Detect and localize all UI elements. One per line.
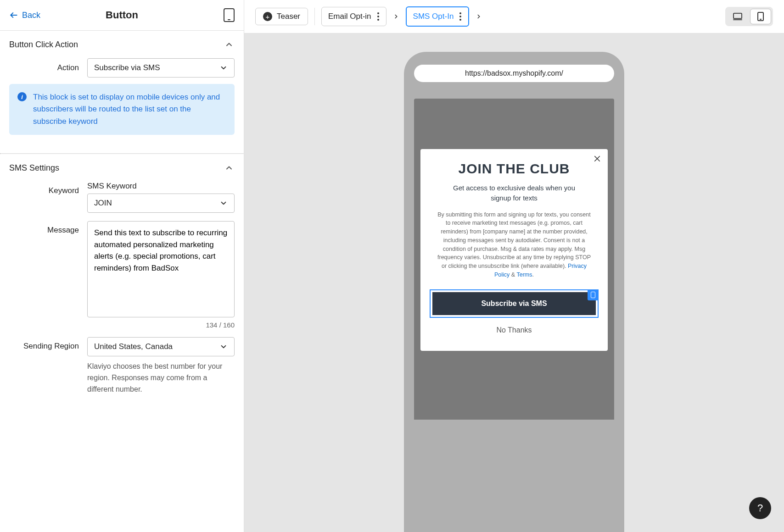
chevron-down-icon (219, 343, 228, 351)
teaser-button[interactable]: + Teaser (255, 8, 308, 25)
popup-subtitle: Get access to exclusive deals when you s… (442, 183, 586, 203)
step-label: Email Opt-in (328, 12, 371, 21)
keyword-select[interactable]: JOIN (87, 194, 235, 213)
keyword-label: Keyword (9, 182, 87, 213)
action-label: Action (9, 63, 87, 72)
svg-point-4 (459, 12, 461, 14)
terms-link[interactable]: Terms (516, 272, 532, 278)
kebab-icon[interactable] (373, 10, 383, 23)
action-select-value: Subscribe via SMS (94, 63, 160, 72)
sending-region-label: Sending Region (9, 337, 87, 395)
sending-region-value: United States, Canada (94, 342, 173, 351)
section-button-click-action: Button Click Action Action Subscribe via… (0, 31, 244, 153)
desktop-view-button[interactable] (727, 9, 748, 24)
url-bar: https://badsox.myshopify.com/ (414, 65, 614, 82)
kebab-icon[interactable] (455, 10, 465, 23)
teaser-label: Teaser (277, 12, 300, 21)
no-thanks-link[interactable]: No Thanks (430, 326, 599, 334)
keyword-sublabel: SMS Keyword (87, 182, 235, 191)
preview-panel: + Teaser Email Opt-in SMS Opt-In (244, 0, 784, 532)
step-email-optin[interactable]: Email Opt-in (321, 7, 386, 26)
section-title: Button Click Action (9, 40, 78, 50)
close-icon[interactable] (593, 155, 601, 163)
svg-point-2 (377, 16, 379, 17)
svg-rect-7 (734, 13, 742, 19)
back-label: Back (22, 11, 40, 20)
chevron-up-icon (224, 162, 235, 173)
svg-point-5 (459, 16, 461, 17)
chevron-up-icon (224, 39, 235, 50)
subscribe-sms-button[interactable]: Subscribe via SMS (432, 292, 596, 315)
step-group: Email Opt-in SMS Opt-In (321, 6, 485, 27)
viewport-toggle (725, 7, 773, 26)
plus-circle-icon: + (263, 12, 272, 21)
phone-frame: https://badsox.myshopify.com/ JOIN THE C… (404, 52, 624, 532)
popup: JOIN THE CLUB Get access to exclusive de… (420, 149, 608, 351)
chevron-down-icon (219, 199, 228, 207)
selected-element-frame[interactable]: Subscribe via SMS (430, 289, 599, 318)
sending-region-help: Klaviyo chooses the best number for your… (87, 361, 235, 395)
popup-terms: By submitting this form and signing up f… (436, 211, 592, 279)
mobile-view-button[interactable] (750, 9, 771, 24)
help-button[interactable]: ? (749, 497, 771, 519)
period-text: . (532, 272, 533, 278)
keyword-select-value: JOIN (94, 199, 112, 208)
section-header-click-action[interactable]: Button Click Action (9, 39, 235, 55)
info-icon: i (17, 92, 27, 101)
canvas: https://badsox.myshopify.com/ JOIN THE C… (244, 33, 784, 532)
amp-text: & (510, 272, 516, 278)
chevron-right-icon (390, 11, 402, 22)
mobile-badge-handle[interactable] (588, 289, 599, 300)
section-title: SMS Settings (9, 163, 59, 173)
info-text: This block is set to display on mobile d… (33, 91, 226, 127)
section-sms-settings: SMS Settings Keyword SMS Keyword JOIN (0, 154, 244, 412)
message-label: Message (9, 221, 87, 329)
info-callout: i This block is set to display on mobile… (9, 84, 235, 135)
sending-region-select[interactable]: United States, Canada (87, 337, 235, 356)
phone-screen: JOIN THE CLUB Get access to exclusive de… (414, 99, 614, 420)
settings-panel: Back Button Button Click Action Action S… (0, 0, 244, 532)
svg-point-1 (377, 12, 379, 14)
mobile-icon (224, 8, 235, 22)
char-counter: 134 / 160 (87, 321, 235, 329)
back-button[interactable]: Back (9, 11, 40, 20)
step-sms-optin[interactable]: SMS Opt-In (406, 6, 470, 27)
chevron-down-icon (219, 64, 228, 72)
popup-title: JOIN THE CLUB (430, 161, 599, 177)
terms-text: By submitting this form and signing up f… (437, 211, 591, 270)
chevron-right-icon (473, 11, 485, 22)
panel-header: Back Button (0, 0, 244, 31)
arrow-left-icon (9, 11, 18, 20)
section-header-sms[interactable]: SMS Settings (9, 162, 235, 178)
svg-point-6 (459, 19, 461, 21)
svg-point-3 (377, 19, 379, 21)
action-select[interactable]: Subscribe via SMS (87, 58, 235, 78)
top-toolbar: + Teaser Email Opt-in SMS Opt-In (244, 0, 784, 33)
message-textarea[interactable] (87, 221, 235, 317)
step-label: SMS Opt-In (413, 12, 454, 21)
toolbar-divider (314, 8, 315, 25)
panel-title: Button (106, 9, 138, 21)
